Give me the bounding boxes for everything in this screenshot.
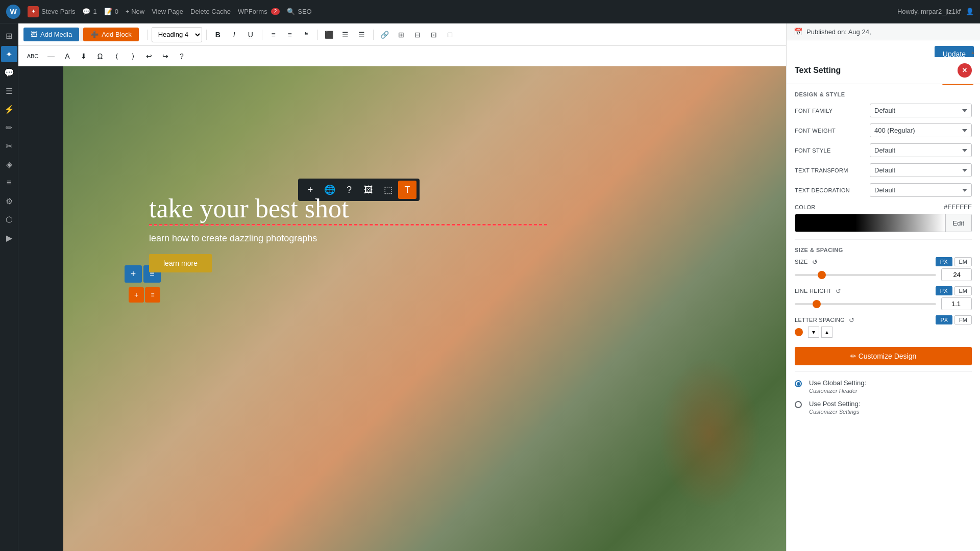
align-left-button[interactable]: ⬛ [322, 28, 336, 42]
hero-heading[interactable]: take your best shot [149, 194, 547, 226]
sidebar-icon-tools[interactable]: ✂ [1, 138, 17, 154]
letter-spacing-fm-button[interactable]: FM [954, 315, 972, 324]
text-decoration-select[interactable]: Default Underline Overline Line-through [870, 183, 972, 197]
bold-button[interactable]: B [211, 28, 225, 42]
add-block-button[interactable]: ➕ Add Block [83, 28, 139, 41]
letter-spacing-up-button[interactable]: ▴ [821, 327, 832, 338]
size-spacing-section: Size & Spacing Size ↺ PX EM [787, 244, 980, 341]
sidebar-icon-blocks[interactable]: ◈ [1, 156, 17, 172]
customize-design-button[interactable]: ✏ Customize Design [795, 347, 972, 365]
letter-spacing-unit-toggle: PX FM [936, 315, 972, 324]
site-icon-item[interactable]: ✦ Steve Paris [28, 6, 75, 17]
indent-button[interactable]: ⟨ [109, 49, 124, 63]
font-style-select[interactable]: Default Normal Italic [870, 143, 972, 157]
blockquote-button[interactable]: ❝ [299, 28, 313, 42]
sidebar-icon-comments[interactable]: 💬 [1, 64, 17, 81]
new-item[interactable]: + New [126, 8, 144, 15]
comments-item[interactable]: 💬 1 [82, 8, 96, 15]
post-setting-row[interactable]: Use Post Setting: Customizer Settings [787, 397, 980, 418]
line-height-number-input[interactable] [941, 297, 972, 310]
underline-button[interactable]: U [243, 28, 258, 42]
special-chars-button[interactable]: Ω [93, 49, 107, 63]
line-height-em-button[interactable]: EM [954, 286, 972, 295]
site-name: Steve Paris [41, 8, 75, 15]
view-page-item[interactable]: View Page [152, 8, 183, 15]
size-slider[interactable] [795, 274, 936, 276]
panel-up-arrow[interactable]: ▲ [968, 48, 978, 56]
hero-learn-more-button[interactable]: learn more [149, 254, 212, 272]
sidebar-icon-dashboard[interactable]: ⊞ [1, 28, 17, 44]
text-setting-header: Text Setting × [787, 57, 980, 84]
insert-col-button[interactable]: ⊟ [410, 28, 425, 42]
main-layout: ⊞ ✦ 💬 ☰ ⚡ ✏ ✂ ◈ ≡ ⚙ ⬡ ▶ 🖼 Add Media ➕ Ad… [0, 23, 980, 551]
sidebar-icon-list[interactable]: ≡ [1, 174, 17, 191]
undo-button[interactable]: ↩ [142, 49, 156, 63]
line-height-unit-toggle: PX EM [936, 286, 972, 295]
text-transform-select[interactable]: Default Uppercase Lowercase Capitalize [870, 163, 972, 177]
letter-spacing-reset-icon[interactable]: ↺ [849, 316, 854, 324]
letter-spacing-label: Letter Spacing [795, 317, 845, 323]
drafts-item[interactable]: 📝 0 [104, 8, 118, 15]
text-setting-close-button[interactable]: × [958, 63, 972, 78]
text-transform-row: Text Transform Default Uppercase Lowerca… [787, 160, 980, 180]
preview-button[interactable]: □ [443, 28, 457, 42]
heading-select[interactable]: Heading 4 Heading 1 Heading 2 Heading 3 … [152, 27, 202, 42]
sidebar-icon-woo[interactable]: ⬡ [1, 211, 17, 228]
format-button[interactable]: ⬇ [77, 49, 91, 63]
sidebar-icon-play[interactable]: ▶ [1, 230, 17, 246]
align-right-button[interactable]: ☰ [355, 28, 369, 42]
sidebar-icon-site[interactable]: ✦ [1, 46, 17, 62]
abc-button[interactable]: ABC [23, 49, 42, 63]
unordered-list-button[interactable]: ≡ [266, 28, 281, 42]
ordered-list-button[interactable]: ≡ [283, 28, 297, 42]
letter-spacing-px-button[interactable]: PX [936, 315, 952, 324]
sidebar-icon-edit[interactable]: ✏ [1, 119, 17, 136]
color-row: Color #FFFFFF Edit [787, 200, 980, 235]
red-add-button[interactable]: + [129, 287, 144, 303]
size-number-input[interactable] [941, 268, 972, 281]
sidebar-icon-menu[interactable]: ☰ [1, 83, 17, 99]
wp-logo-icon[interactable]: W [6, 5, 20, 19]
color-edit-button[interactable]: Edit [945, 214, 971, 232]
color-picker[interactable]: Edit [795, 214, 972, 232]
help-button[interactable]: ? [175, 49, 189, 63]
size-em-button[interactable]: EM [954, 257, 972, 266]
italic-button[interactable]: I [227, 28, 241, 42]
outdent-button[interactable]: ⟩ [126, 49, 140, 63]
size-px-button[interactable]: PX [936, 257, 952, 266]
add-block-label: Add Block [102, 31, 132, 38]
delete-cache-item[interactable]: Delete Cache [190, 8, 231, 15]
seo-item[interactable]: 🔍 SEO [287, 8, 311, 15]
hero-background: + 🌐 ? 🖼 ⬚ T + ≡ + ≡ [63, 66, 786, 551]
block-add-button[interactable]: + [125, 265, 142, 283]
redo-button[interactable]: ↪ [158, 49, 173, 63]
admin-bar-right: Howdy, mrpar2_jlz1kf 👤 [897, 8, 974, 15]
font-family-select[interactable]: Default [870, 104, 972, 117]
view-page-label: View Page [152, 8, 183, 15]
font-color-button[interactable]: A [60, 49, 75, 63]
toolbar-row2: ABC — A ⬇ Ω ⟨ ⟩ ↩ ↪ ? [18, 46, 786, 66]
wpforms-item[interactable]: WPForms 2 [238, 8, 280, 15]
link-button[interactable]: 🔗 [378, 28, 392, 42]
letter-spacing-down-button[interactable]: ▾ [808, 327, 819, 338]
sidebar-icon-settings[interactable]: ⚙ [1, 193, 17, 209]
hr-button[interactable]: — [44, 49, 58, 63]
line-height-reset-icon[interactable]: ↺ [836, 287, 841, 295]
letter-spacing-dot[interactable] [795, 328, 803, 336]
align-center-button[interactable]: ☰ [338, 28, 353, 42]
size-slider-row [795, 268, 972, 281]
sidebar-icon-plugins[interactable]: ⚡ [1, 101, 17, 117]
line-height-slider[interactable] [795, 303, 936, 305]
global-setting-note: Customizer Header [809, 388, 866, 394]
post-setting-radio[interactable] [795, 401, 802, 408]
fullscreen-button[interactable]: ⊡ [427, 28, 441, 42]
red-drag-button[interactable]: ≡ [145, 287, 160, 303]
insert-table-button[interactable]: ⊞ [394, 28, 408, 42]
font-family-label: Font Family [795, 108, 832, 114]
global-setting-radio[interactable] [795, 380, 802, 387]
size-reset-icon[interactable]: ↺ [812, 258, 818, 266]
global-setting-row[interactable]: Use Global Setting: Customizer Header [787, 376, 980, 397]
font-weight-select[interactable]: 400 (Regular) 300 (Light) 700 (Bold) [870, 123, 972, 137]
add-media-button[interactable]: 🖼 Add Media [23, 28, 79, 41]
line-height-px-button[interactable]: PX [936, 286, 952, 295]
